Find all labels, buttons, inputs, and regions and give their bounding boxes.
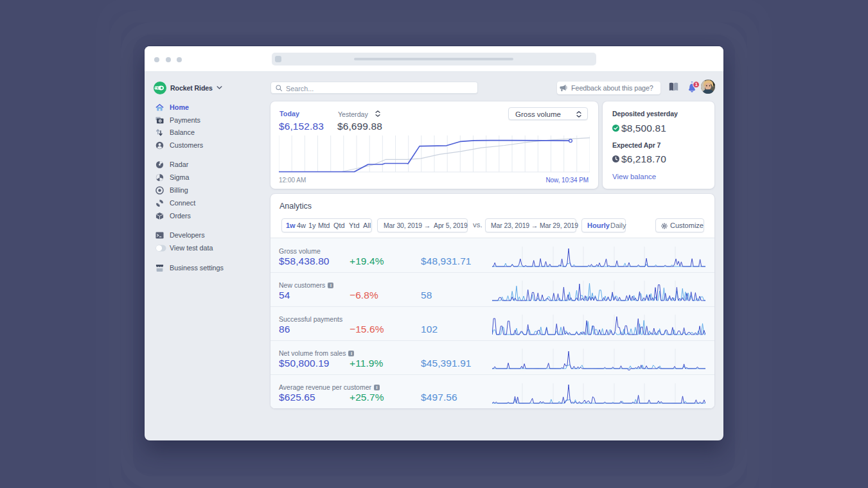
- svg-text:1: 1: [695, 82, 698, 87]
